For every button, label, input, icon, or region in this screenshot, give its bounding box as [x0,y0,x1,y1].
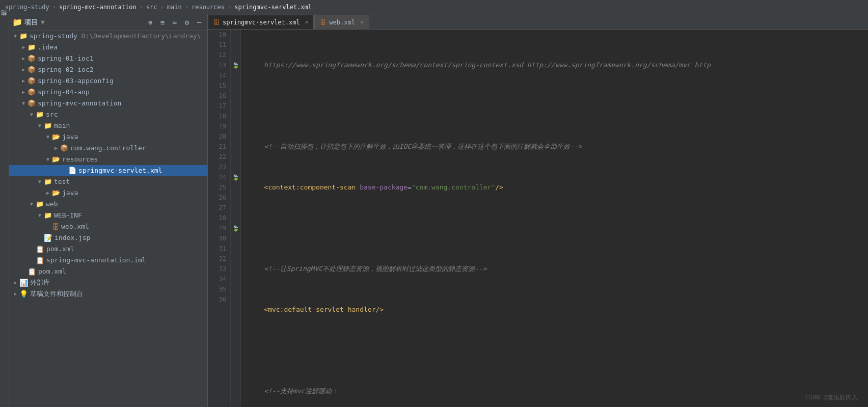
tree-item-web[interactable]: ▼ 📁 web [9,199,207,210]
line-num: 34 [210,274,226,284]
arrow-icon: ▼ [44,154,52,165]
gutter-line [231,233,240,243]
tree-item-label: .idea [38,42,58,53]
line-num: 11 [210,40,226,50]
tree-item-scratch[interactable]: ▶ 💡 草稿文件和控制台 [9,288,207,300]
tree-item-iml[interactable]: 📋 spring-mvc-annotation.iml [9,255,207,266]
tab-close-btn[interactable]: ✕ [305,19,309,25]
breadcrumb-item[interactable]: spring-study [5,4,49,11]
tree-item-java-test[interactable]: ▶ 📂 java [9,187,207,199]
gutter-line [231,254,240,264]
folder-icon: 📁 [36,199,44,210]
line-num: 22 [210,152,226,162]
tree-item-label: spring-02-ioc2 [38,64,94,75]
tab-web-xml[interactable]: 🗄 web.xml ✕ [314,15,369,29]
tree-item-label: 草稿文件和控制台 [30,288,83,300]
tree-item-controller-package[interactable]: ▶ 📦 com.wang.controller [9,143,207,154]
tree-item-springmvc-servlet[interactable]: 📄 springmvc-servlet.xml [9,165,207,176]
gutter-line [231,91,240,101]
arrow-icon: ▼ [36,176,44,187]
breadcrumb-item[interactable]: src [146,4,157,11]
hide-icon[interactable]: ─ [194,17,204,28]
code-line: <!--自动扫描包，让指定包下的注解生效，由IOC容器统一管理，这样在这个包下面… [246,142,863,152]
tree-item-spring02[interactable]: ▶ 📦 spring-02-ioc2 [9,64,207,75]
dropdown-arrow[interactable]: ▼ [41,18,45,26]
tree-item-test[interactable]: ▼ 📁 test [9,176,207,187]
xml-icon: 📄 [68,165,76,176]
line-num: 33 [210,264,226,274]
tree-item-java[interactable]: ▼ 📂 java [9,131,207,143]
tree-item-index-jsp[interactable]: 📝 index.jsp [9,232,207,243]
gutter-line [231,162,240,172]
tree-item-main[interactable]: ▼ 📁 main [9,120,207,131]
code-text: <!--自动扫描包，让指定包下的注解生效，由IOC容器统一管理，这样在这个包下面… [248,142,582,152]
gutter-line [231,294,240,305]
breadcrumb-item-active[interactable]: springmvc-servlet.xml [234,4,312,11]
gutter-line: 🍃 [231,60,240,70]
tree-item-spring-study[interactable]: ▼ 📁 spring-study D:\DevelopmentFactory\L… [9,31,207,42]
code-text: /> [495,182,503,193]
line-num: 18 [210,111,226,121]
sidebar-title: 📁 项目 ▼ [12,17,142,27]
tree-item-idea[interactable]: ▶ 📁 .idea [9,42,207,53]
code-line: <context:component-scan base-package="co… [246,182,863,193]
breadcrumb-item[interactable]: resources [192,4,225,11]
gutter-line [231,131,240,142]
tree-item-external-libs[interactable]: ▶ 📊 外部库 [9,277,207,288]
module-icon: 📦 [28,64,36,75]
arrow-icon: ▶ [19,42,28,53]
editor-content: 10 11 12 13 14 15 16 17 18 19 20 21 22 2… [208,30,868,407]
tab-label: springmvc-servlet.xml [223,19,300,26]
code-text: "com.wang.controller" [412,182,495,193]
line-num: 17 [210,101,226,111]
arrow-icon: ▼ [11,31,19,42]
line-num: 30 [210,233,226,243]
tab-close-btn[interactable]: ✕ [360,19,364,25]
gutter-line [231,40,240,50]
tree-item-web-xml[interactable]: 🗄 web.xml [9,221,207,232]
tree-item-label: resources [62,154,98,165]
scratch-icon: 💡 [19,288,28,300]
gutter-line [231,50,240,60]
breadcrumb-sep: › [140,4,143,11]
tree-item-label: spring-study D:\DevelopmentFactory\Landr… [30,31,201,42]
folder-icon: 📁 [36,109,44,120]
tree-item-spring03[interactable]: ▶ 📦 spring-03-appconfig [9,75,207,87]
tree-item-spring01[interactable]: ▶ 📦 spring-01-ioc1 [9,53,207,64]
xml-icon: 🗄 [52,221,59,232]
expand-icon[interactable]: ≔ [170,17,180,28]
tree-item-label: spring-mvc-annotation [38,98,121,109]
line-num: 20 [210,131,226,142]
tree-item-pom-xml-root[interactable]: 📋 pom.xml [9,266,207,277]
breadcrumb-item[interactable]: spring-mvc-annotation [59,4,137,11]
tree-item-mvc-annotation[interactable]: ▼ 📦 spring-mvc-annotation [9,98,207,109]
arrow-icon: ▶ [19,64,28,75]
folder-icon: 📁 [44,210,52,221]
breadcrumb-item[interactable]: main [167,4,182,11]
package-icon: 📦 [60,143,68,154]
sidebar-toolbar: 📁 项目 ▼ ⊕ ≡ ≔ ⚙ ─ [9,14,207,31]
code-editor[interactable]: https://www.springframework.org/schema/c… [241,30,868,407]
tree-item-web-inf[interactable]: ▼ 📁 WEB-INF [9,210,207,221]
line-num: 12 [210,50,226,60]
gutter-line [231,243,240,254]
toolbar-icons: ⊕ ≡ ≔ ⚙ ─ [145,17,204,28]
tab-springmvc-servlet[interactable]: 🗄 springmvc-servlet.xml ✕ [208,15,314,29]
gutter-line [231,264,240,274]
left-panel: 结构 [0,14,9,407]
tree-item-spring04[interactable]: ▶ 📦 spring-04-aop [9,87,207,98]
folder-icon: 📁 [28,42,36,53]
gutter-line [231,111,240,121]
locate-icon[interactable]: ⊕ [145,17,155,28]
tree-item-pom-xml-module[interactable]: 📋 pom.xml [9,243,207,255]
tree-item-label: 外部库 [30,277,50,288]
tree-item-label: spring-01-ioc1 [38,53,94,64]
line-num: 10 [210,30,226,40]
module-icon: 📦 [28,53,36,64]
settings-icon[interactable]: ⚙ [182,17,192,28]
arrow-icon: ▶ [44,187,52,199]
tree-item-src[interactable]: ▼ 📁 src [9,109,207,120]
tree-item-resources[interactable]: ▼ 📂 resources [9,154,207,165]
editor-area: 🗄 springmvc-servlet.xml ✕ 🗄 web.xml ✕ 10… [208,14,868,407]
collapse-icon[interactable]: ≡ [157,17,168,28]
